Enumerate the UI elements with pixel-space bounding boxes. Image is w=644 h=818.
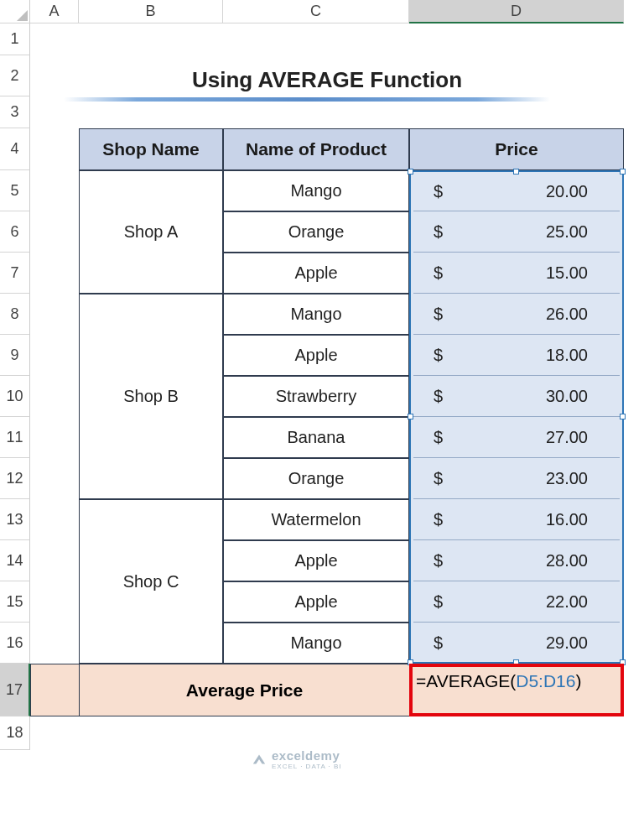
cell-price[interactable]: $29.00 <box>409 623 624 664</box>
watermark-logo-icon <box>252 752 267 767</box>
price-value: 23.00 <box>546 469 588 488</box>
cell-product[interactable]: Apple <box>223 581 409 623</box>
cell-price[interactable]: $26.00 <box>409 294 624 335</box>
cell-product[interactable]: Watermelon <box>223 499 409 540</box>
watermark-tagline: EXCEL · DATA · BI <box>272 763 342 770</box>
spreadsheet-grid: A B C D 1 2 3 4 5 6 7 8 9 10 11 12 13 14… <box>0 0 644 750</box>
currency-symbol: $ <box>434 469 443 488</box>
row-header-1[interactable]: 1 <box>0 23 30 55</box>
cell-product[interactable]: Apple <box>223 335 409 376</box>
cell-product[interactable]: Banana <box>223 417 409 458</box>
cell-product[interactable]: Mango <box>223 623 409 664</box>
header-shop[interactable]: Shop Name <box>79 128 223 170</box>
header-product[interactable]: Name of Product <box>223 128 409 170</box>
price-value: 18.00 <box>546 346 588 365</box>
price-value: 28.00 <box>546 551 588 571</box>
cell-price[interactable]: $23.00 <box>409 458 624 499</box>
header-price[interactable]: Price <box>409 128 624 170</box>
average-price-label[interactable]: Average Price <box>79 664 409 716</box>
column-header-A[interactable]: A <box>30 0 79 23</box>
column-header-D[interactable]: D <box>409 0 624 23</box>
column-header-B[interactable]: B <box>79 0 223 23</box>
price-value: 29.00 <box>546 633 588 653</box>
row-header-7[interactable]: 7 <box>0 253 30 294</box>
cell-price[interactable]: $30.00 <box>409 376 624 417</box>
currency-symbol: $ <box>434 551 443 571</box>
currency-symbol: $ <box>434 633 443 653</box>
cell-price[interactable]: $18.00 <box>409 335 624 376</box>
row-header-8[interactable]: 8 <box>0 294 30 335</box>
cell-shop-a[interactable]: Shop A <box>79 170 223 294</box>
cell-product[interactable]: Orange <box>223 211 409 253</box>
currency-symbol: $ <box>434 346 443 365</box>
row-header-13[interactable]: 13 <box>0 499 30 540</box>
formula-prefix: =AVERAGE( <box>416 671 516 690</box>
cell-product[interactable]: Orange <box>223 458 409 499</box>
row-header-15[interactable]: 15 <box>0 581 30 623</box>
currency-symbol: $ <box>434 263 443 283</box>
row-header-3[interactable]: 3 <box>0 96 30 128</box>
currency-symbol: $ <box>434 510 443 529</box>
currency-symbol: $ <box>434 592 443 612</box>
row-header-14[interactable]: 14 <box>0 540 30 581</box>
cell-price[interactable]: $22.00 <box>409 581 624 623</box>
formula-edit-cell[interactable]: =AVERAGE(D5:D16) <box>409 664 624 716</box>
column-header-C[interactable]: C <box>223 0 409 23</box>
currency-symbol: $ <box>434 182 443 201</box>
currency-symbol: $ <box>434 222 443 242</box>
title-underline <box>30 55 624 96</box>
currency-symbol: $ <box>434 305 443 324</box>
cell-price[interactable]: $27.00 <box>409 417 624 458</box>
watermark: exceldemy EXCEL · DATA · BI <box>252 748 342 770</box>
row-header-11[interactable]: 11 <box>0 417 30 458</box>
cell-price[interactable]: $28.00 <box>409 540 624 581</box>
row-header-6[interactable]: 6 <box>0 211 30 253</box>
row-header-18[interactable]: 18 <box>0 716 30 750</box>
cell-price[interactable]: $25.00 <box>409 211 624 253</box>
cell-shop-c[interactable]: Shop C <box>79 499 223 664</box>
cell-product[interactable]: Mango <box>223 170 409 211</box>
row-header-17[interactable]: 17 <box>0 664 30 716</box>
cell-product[interactable]: Apple <box>223 253 409 294</box>
row-header-2[interactable]: 2 <box>0 55 30 96</box>
price-value: 30.00 <box>546 387 588 406</box>
price-value: 16.00 <box>546 510 588 529</box>
currency-symbol: $ <box>434 428 443 447</box>
cell-price[interactable]: $15.00 <box>409 253 624 294</box>
row-header-5[interactable]: 5 <box>0 170 30 211</box>
row-header-10[interactable]: 10 <box>0 376 30 417</box>
watermark-name: exceldemy <box>272 748 342 763</box>
price-value: 25.00 <box>546 222 588 242</box>
row-header-12[interactable]: 12 <box>0 458 30 499</box>
price-value: 22.00 <box>546 592 588 612</box>
cell-product[interactable]: Apple <box>223 540 409 581</box>
price-value: 20.00 <box>546 182 588 201</box>
formula-suffix: ) <box>575 671 581 690</box>
row-header-16[interactable]: 16 <box>0 623 30 664</box>
cell-product[interactable]: Strawberry <box>223 376 409 417</box>
cell-product[interactable]: Mango <box>223 294 409 335</box>
row-header-4[interactable]: 4 <box>0 128 30 170</box>
price-value: 27.00 <box>546 428 588 447</box>
cell-shop-b[interactable]: Shop B <box>79 294 223 499</box>
price-value: 26.00 <box>546 305 588 324</box>
formula-reference: D5:D16 <box>516 671 575 690</box>
price-value: 15.00 <box>546 263 588 283</box>
row-header-9[interactable]: 9 <box>0 335 30 376</box>
avg-row-spacer <box>30 664 79 716</box>
cell-price[interactable]: $16.00 <box>409 499 624 540</box>
cell-price[interactable]: $20.00 <box>409 170 624 211</box>
currency-symbol: $ <box>434 387 443 406</box>
select-all-corner[interactable] <box>0 0 30 23</box>
